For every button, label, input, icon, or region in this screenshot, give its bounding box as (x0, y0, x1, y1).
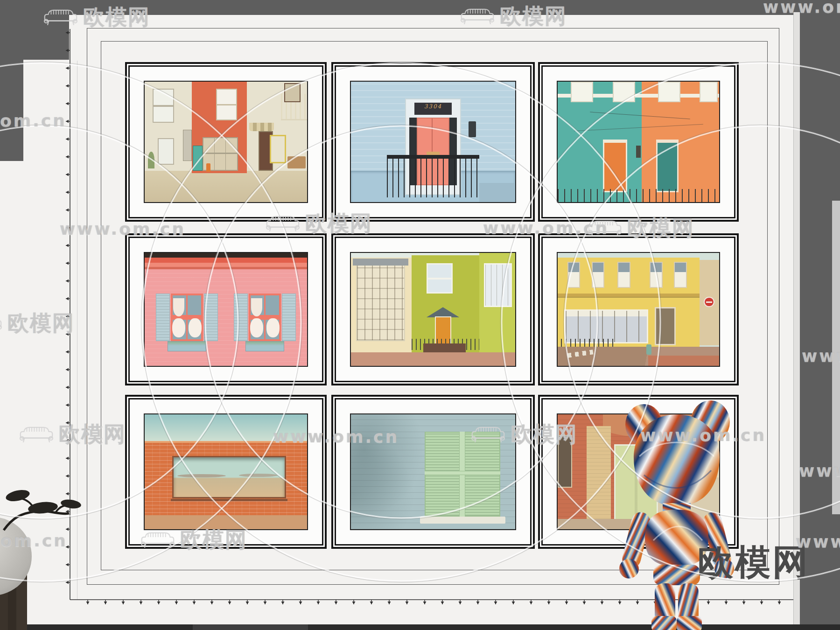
flower-box (168, 341, 207, 351)
traffic-cone (206, 163, 210, 172)
storefront-windows (564, 309, 648, 343)
wall-top-edge (145, 441, 307, 443)
distant-hills (239, 474, 278, 477)
wall-shadow-topleft (23, 15, 69, 60)
window (153, 89, 174, 122)
brick-road (648, 356, 719, 366)
artwork-frame-6 (538, 233, 739, 385)
flower-box (245, 341, 285, 351)
porch-lamp (636, 146, 641, 158)
artwork-photo-teal-orange-townhouses (557, 81, 720, 203)
planter (423, 343, 466, 352)
window (571, 82, 593, 102)
shutter (156, 294, 170, 341)
pillow (250, 318, 263, 337)
shop-entrance (655, 307, 676, 345)
window (700, 82, 717, 102)
pillow (189, 318, 202, 337)
bear-head (634, 414, 720, 506)
window (674, 262, 687, 288)
window (650, 262, 663, 288)
bay-window (356, 264, 406, 341)
window (617, 262, 630, 288)
shutter (204, 294, 218, 341)
window (592, 262, 605, 288)
artwork-frame-4 (125, 233, 327, 385)
window (284, 83, 301, 102)
window (658, 82, 680, 102)
bearbrick-figure (607, 400, 747, 630)
sign-bar (706, 301, 712, 303)
bear-foot-left (651, 616, 677, 630)
pillow (172, 318, 185, 337)
large-window (484, 263, 512, 307)
shutter (234, 294, 248, 341)
cornice (558, 294, 700, 297)
utility-box (183, 130, 192, 161)
teal-door (656, 140, 679, 193)
artwork-frame-2: 3304 (331, 62, 535, 222)
watermark-url: www.om.cn (763, 0, 840, 16)
artwork-photo-pink-shutter-wall (144, 252, 308, 367)
render-canvas: 3304 (0, 0, 840, 630)
shutter-rail (425, 471, 500, 476)
iron-railing (387, 155, 479, 197)
door-number: 3304 (414, 103, 452, 110)
curtain (251, 298, 262, 316)
stoop-railings (558, 189, 719, 202)
window-sill (171, 499, 288, 501)
lantern (469, 121, 476, 137)
artwork-photo-brick-desert-window (144, 413, 308, 530)
fascia-band (145, 263, 307, 267)
mail-slot (427, 152, 440, 155)
pillow (266, 318, 280, 337)
orange-door (603, 140, 627, 193)
bonsai-branch (0, 470, 86, 540)
transom-sign: 3304 (414, 103, 452, 115)
artwork-photo-mint-shutters (350, 413, 516, 530)
steps (479, 183, 515, 202)
artwork-photo-orange-cream-house (144, 81, 308, 203)
site-logo: 欧模网 (698, 539, 810, 587)
artwork-frame-1 (125, 62, 327, 222)
artwork-frame-5 (331, 233, 535, 385)
window (613, 82, 635, 102)
artwork-frame-3 (538, 62, 739, 222)
bear-hips (653, 565, 700, 585)
window (158, 138, 174, 165)
dark-window (558, 435, 572, 488)
wall-shadow-left (0, 15, 23, 161)
fire-hydrant (646, 344, 651, 355)
brick-sidewalk (351, 352, 515, 366)
window (427, 263, 453, 294)
window (216, 89, 237, 120)
leaf-shadows (350, 414, 433, 529)
ground (145, 515, 307, 529)
bearbrick-body-parts (617, 400, 736, 630)
board-side-face (793, 12, 800, 624)
artwork-frame-8 (331, 395, 535, 549)
bay-roof (353, 259, 409, 266)
pavement (145, 171, 307, 202)
right-wall-strip (832, 201, 840, 514)
window-sill (420, 517, 505, 524)
artwork-photo-lime-row-houses (350, 252, 516, 367)
floor-patch (193, 624, 308, 630)
sky (145, 414, 307, 441)
fascia-band (145, 258, 307, 263)
artwork-photo-blue-door-3304: 3304 (350, 81, 516, 203)
plant (148, 152, 154, 168)
window (567, 262, 581, 288)
shutter (282, 294, 296, 341)
artwork-frame-7 (125, 395, 327, 549)
fascia-shadow (145, 267, 307, 269)
yellow-framed-window (270, 135, 286, 164)
roof-edge (145, 253, 307, 258)
bench (287, 156, 305, 168)
do-not-enter-sign (704, 297, 714, 307)
curtain (173, 298, 184, 316)
teal-sign-board (193, 146, 203, 171)
artwork-photo-yellow-corner-store (557, 252, 720, 367)
striped-awning (249, 123, 273, 131)
bear-foot-right (677, 616, 702, 630)
